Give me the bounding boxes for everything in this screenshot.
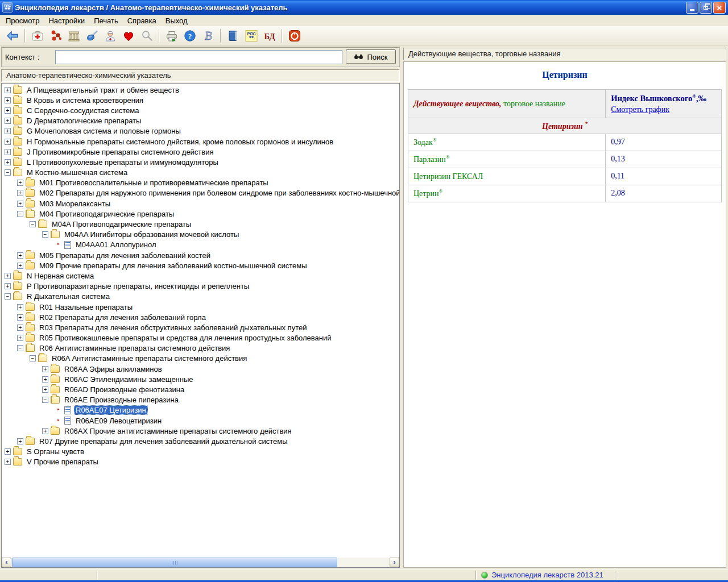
tree-item[interactable]: M03 Миорелаксанты [2,198,399,209]
tree-item[interactable]: L Противоопухолевые препараты и иммуномо… [2,157,399,167]
tree-item[interactable]: R06AE Производные пиперазина [2,395,399,405]
tree-toggle[interactable] [5,97,11,103]
trade-name-cell[interactable]: Парлазин® [408,151,606,168]
tree-item[interactable]: N Нервная система [2,271,399,281]
tree-toggle[interactable] [55,242,61,248]
tree-toggle[interactable] [5,293,11,300]
tree-item[interactable]: R05 Противокашлевые препараты и средства… [2,333,399,343]
letter-b-button[interactable]: B [199,28,217,44]
tree-toggle[interactable] [5,448,11,455]
tree-item[interactable]: R06AD Производные фенотиазина [2,384,399,394]
bd-button[interactable]: БД [260,28,279,44]
tree-toggle[interactable] [55,418,61,424]
tree-toggle[interactable] [17,438,23,444]
tree-item[interactable]: R03 Препараты для лечения обструктивных … [2,322,399,332]
back-button[interactable] [3,28,22,44]
building-button[interactable] [65,28,83,44]
tree-item[interactable]: R06AC Этилендиамины замещенные [2,374,399,384]
tree-toggle[interactable] [42,366,48,372]
tree-item[interactable]: R Дыхательная система [2,292,399,302]
tree-toggle[interactable] [5,169,11,176]
see-graph-link[interactable]: Смотреть график [611,105,669,114]
tree-item[interactable]: R06A Антигистаминные препараты системног… [2,354,399,364]
menu-item[interactable]: Просмотр [1,15,44,26]
tree-item[interactable]: M04AA Ингибиторы образования мочевой кис… [2,230,399,240]
tree-item[interactable]: R06AX Прочие антигистаминные препараты с… [2,426,399,436]
magnifier-button[interactable] [138,28,156,44]
tree-item[interactable]: P Противопаразитарные препараты, инсекти… [2,281,399,292]
exit-button[interactable] [286,28,304,44]
tree-toggle[interactable] [17,263,23,269]
tree-toggle[interactable] [42,386,48,393]
tree-toggle[interactable] [42,397,48,403]
doctor-button[interactable] [101,28,119,44]
scrollbar-track[interactable] [11,558,390,567]
tree-toggle[interactable] [17,201,23,207]
trade-name-cell[interactable]: Цетрин® [408,185,606,202]
tree-toggle[interactable] [5,87,11,93]
tree-toggle[interactable] [17,211,23,217]
restore-button[interactable] [700,2,712,14]
tree-toggle[interactable] [5,459,11,465]
tree-toggle[interactable] [17,180,23,186]
tree-item[interactable]: R06AE09 Левоцетиризин [2,415,399,426]
tree-item[interactable]: H Гормональные препараты системного днйс… [2,136,399,147]
tree-item[interactable]: M04A Противоподагрические препараты [2,219,399,229]
menu-item[interactable]: Настройки [44,15,89,26]
tree-item[interactable]: R07 Другие препараты для лечения заболев… [2,436,399,446]
tree-item[interactable]: M01 Противовоспалительные и противоревма… [2,178,399,188]
tree-item[interactable]: V Прочие препараты [2,457,399,467]
help-button[interactable]: ? [181,28,199,44]
tree-toggle[interactable] [5,128,11,134]
tree-toggle[interactable] [5,273,11,279]
rls-button[interactable]: РЛС** [242,28,260,44]
tree-toggle[interactable] [42,376,48,383]
tree-item[interactable]: R01 Назальные препараты [2,302,399,312]
tree-toggle[interactable] [5,118,11,124]
search-button[interactable]: Поиск [346,49,396,64]
search-input[interactable] [55,50,342,64]
first-aid-kit-button[interactable] [28,28,47,44]
tree-toggle[interactable] [5,283,11,289]
tree-item[interactable]: M04 Противоподагрические препараты [2,209,399,219]
tree-item[interactable]: S Органы чувств [2,447,399,457]
tree-item[interactable]: G Мочеполовая система и половые гормоны [2,126,399,136]
tree-toggle[interactable] [30,221,36,227]
book-button[interactable] [224,28,242,44]
menu-item[interactable]: Справка [123,15,161,26]
tree-toggle[interactable] [55,407,61,413]
tree-toggle[interactable] [5,139,11,145]
tree-item[interactable]: R02 Препараты для лечения заболеваний го… [2,312,399,322]
tree-toggle[interactable] [17,252,23,259]
tree-toggle[interactable] [30,355,36,361]
tree-toggle[interactable] [17,345,23,351]
tree-item[interactable]: M Костно-мышечная система [2,168,399,178]
tree-item[interactable]: J Противомикробные препараты системного … [2,147,399,157]
tree-toggle[interactable] [17,335,23,341]
tree-toggle[interactable] [5,107,11,114]
close-button[interactable]: × [713,2,726,14]
tree-toggle[interactable] [42,231,48,238]
tree-item[interactable]: M04AA01 Аллопуринол [2,240,399,250]
trade-name-cell[interactable]: Зодак® [408,134,606,151]
scroll-right-arrow[interactable]: › [390,558,399,567]
minimize-button[interactable] [686,2,698,14]
tree-item[interactable]: A Пищеварительный тракт и обмен веществ [2,85,399,95]
tree-item[interactable]: B Кровь и система кроветворения [2,95,399,105]
trade-name-cell[interactable]: Цетиризин ГЕКСАЛ [408,168,606,185]
tree-item[interactable]: R06AA Эфиры алкиламинов [2,364,399,374]
tree-toggle[interactable] [17,304,23,310]
tree-toggle[interactable] [17,314,23,321]
tree-item[interactable]: R06 Антигистаминные препараты системного… [2,343,399,354]
tree-toggle[interactable] [5,149,11,155]
tree-item[interactable]: R06AE07 Цетиризин [2,405,399,415]
tree-item[interactable]: M05 Препараты для лечения заболеваний ко… [2,250,399,260]
menu-item[interactable]: Выход [161,15,192,26]
tree-toggle[interactable] [17,325,23,331]
tree-toggle[interactable] [42,428,48,434]
tree-item[interactable]: M09 Прочие препараты для лечения заболев… [2,260,399,271]
menu-item[interactable]: Печать [89,15,123,26]
tree-item[interactable]: M02 Препараты для наружного применения п… [2,188,399,198]
heart-button[interactable] [119,28,138,44]
molecule-button[interactable] [47,28,65,44]
